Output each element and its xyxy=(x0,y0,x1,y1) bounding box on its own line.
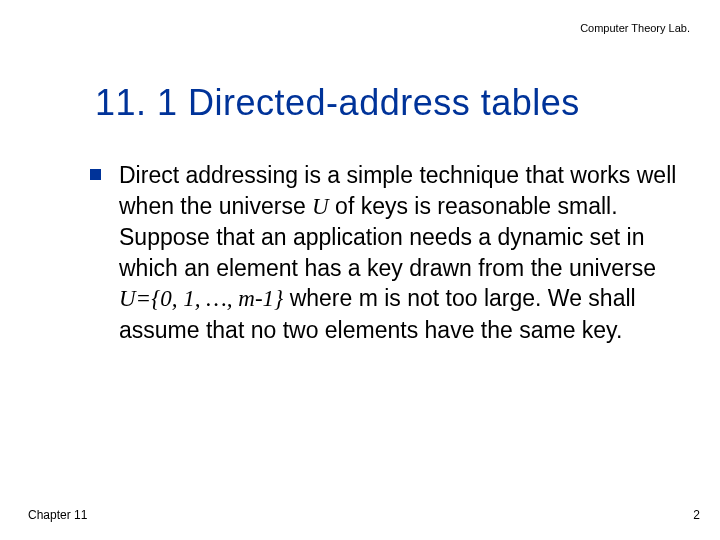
slide-title: 11. 1 Directed-address tables xyxy=(95,82,580,124)
body-paragraph: Direct addressing is a simple technique … xyxy=(119,160,680,345)
body-content: Direct addressing is a simple technique … xyxy=(90,160,680,345)
header-lab-label: Computer Theory Lab. xyxy=(580,22,690,34)
footer-page-number: 2 xyxy=(693,508,700,522)
footer-chapter: Chapter 11 xyxy=(28,508,87,522)
universe-symbol: U xyxy=(312,194,329,219)
bullet-icon xyxy=(90,169,101,180)
universe-set: U={0, 1, …, m-1} xyxy=(119,286,283,311)
